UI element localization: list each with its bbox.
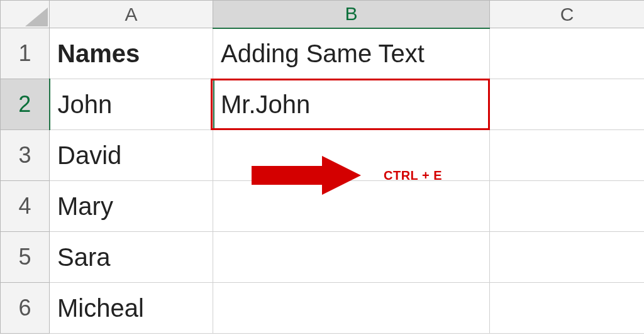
cell-b6[interactable]: [213, 283, 490, 334]
annotation-shortcut: CTRL + E: [384, 168, 442, 183]
cell-a5[interactable]: Sara: [50, 232, 213, 283]
column-header-c[interactable]: C: [490, 1, 645, 28]
table-row: 6 Micheal: [1, 283, 645, 334]
table-row: 4 Mary: [1, 181, 645, 232]
row-header-4[interactable]: 4: [1, 181, 50, 232]
cell-c2[interactable]: [490, 79, 645, 130]
cell-a6[interactable]: Micheal: [50, 283, 213, 334]
cell-b4[interactable]: [213, 181, 490, 232]
cell-b2[interactable]: Mr.John: [213, 79, 490, 130]
row-header-5[interactable]: 5: [1, 232, 50, 283]
cell-a1[interactable]: Names: [50, 28, 213, 79]
select-all-triangle-icon: [25, 8, 48, 26]
cell-c1[interactable]: [490, 28, 645, 79]
cell-c6[interactable]: [490, 283, 645, 334]
column-header-row: A B C: [1, 1, 645, 28]
row-header-2[interactable]: 2: [1, 79, 50, 130]
cell-a4[interactable]: Mary: [50, 181, 213, 232]
row-header-1[interactable]: 1: [1, 28, 50, 79]
table-row: 3 David: [1, 130, 645, 181]
row-header-6[interactable]: 6: [1, 283, 50, 334]
cell-a3[interactable]: David: [50, 130, 213, 181]
cell-c3[interactable]: [490, 130, 645, 181]
table-row: 2 John Mr.John: [1, 79, 645, 130]
column-header-a[interactable]: A: [50, 1, 213, 28]
cell-c4[interactable]: [490, 181, 645, 232]
spreadsheet-grid[interactable]: A B C 1 Names Adding Same Text 2 John Mr…: [0, 0, 644, 334]
cell-b5[interactable]: [213, 232, 490, 283]
cell-b1[interactable]: Adding Same Text: [213, 28, 490, 79]
row-header-3[interactable]: 3: [1, 130, 50, 181]
cell-b3[interactable]: [213, 130, 490, 181]
column-header-b[interactable]: B: [213, 1, 490, 28]
cell-a2[interactable]: John: [50, 79, 213, 130]
cell-c5[interactable]: [490, 232, 645, 283]
table-row: 1 Names Adding Same Text: [1, 28, 645, 79]
table-row: 5 Sara: [1, 232, 645, 283]
select-all-corner[interactable]: [1, 1, 50, 28]
